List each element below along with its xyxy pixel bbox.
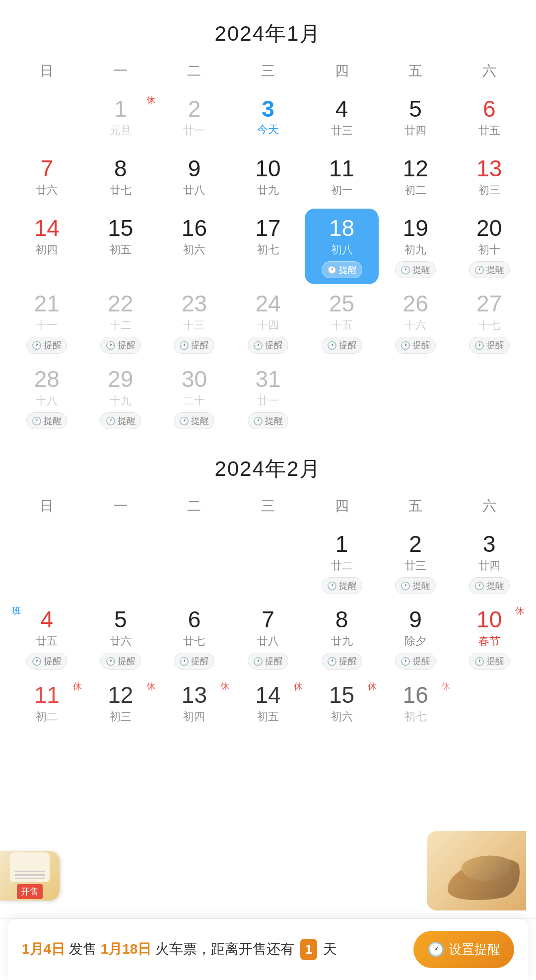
jan-day-1[interactable]: 休 1 元旦 [84,89,158,149]
jan-day-30[interactable]: 30 二十 🕐 提醒 [157,360,231,435]
jan-day-13[interactable]: 13 初三 [452,149,526,209]
jan-day-23[interactable]: 23 十三 🕐 提醒 [157,284,231,360]
reminder-btn-28[interactable]: 🕐 提醒 [26,412,67,429]
reminder-btn-29[interactable]: 🕐 提醒 [100,412,141,429]
set-reminder-button[interactable]: 🕐 设置提醒 [413,931,514,968]
feb-day-lunar-1: 廿二 [331,558,353,573]
feb-day-5[interactable]: 5 廿六 🕐 提醒 [84,600,158,676]
jan-day-8[interactable]: 8 廿七 [84,149,158,209]
jan-title: 2024年1月 [10,0,526,58]
jan-day-14[interactable]: 14 初四 [10,209,84,284]
holiday-tag-11: 休 [73,680,82,692]
reminder-btn-30[interactable]: 🕐 提醒 [174,412,214,429]
reminder-btn-21[interactable]: 🕐 提醒 [26,337,67,354]
feb-day-12[interactable]: 休 12 初三 [84,676,158,735]
jan-day-6[interactable]: 6 廿五 [452,89,526,149]
feb-reminder-btn-8[interactable]: 🕐 提醒 [322,653,362,670]
clock-icon-19: 🕐 [401,265,410,275]
feb-day-9[interactable]: 9 除夕 🕐 提醒 [379,600,453,676]
clock-icon-22: 🕐 [106,341,116,350]
reminder-label-20: 提醒 [486,264,504,276]
feb-reminder-btn-10[interactable]: 🕐 提醒 [469,653,510,670]
feb-day-16[interactable]: 休 16 初七 [379,676,453,735]
feb-day-7[interactable]: 7 廿八 🕐 提醒 [231,600,305,676]
jan-day-11[interactable]: 11 初一 [305,149,379,209]
reminder-label-24: 提醒 [265,339,283,351]
clock-icon-23: 🕐 [179,341,189,350]
feb-reminder-btn-6[interactable]: 🕐 提醒 [174,653,214,670]
jan-day-2[interactable]: 2 廿一 [157,89,231,149]
feb-day-13[interactable]: 休 13 初四 [157,676,231,735]
reminder-btn-31[interactable]: 🕐 提醒 [248,412,288,429]
jan-day-7[interactable]: 7 廿六 [10,149,84,209]
feb-day-3[interactable]: 3 廿四 🕐 提醒 [452,525,526,600]
jan-day-10[interactable]: 10 廿九 [231,149,305,209]
jan-day-21[interactable]: 21 十一 🕐 提醒 [10,284,84,360]
jan-day-29[interactable]: 29 十九 🕐 提醒 [84,360,158,435]
reminder-btn-27[interactable]: 🕐 提醒 [469,337,510,354]
feb-reminder-btn-5[interactable]: 🕐 提醒 [100,653,141,670]
day-num-23: 23 [182,292,207,315]
feb-day-10[interactable]: 休 10 春节 🕐 提醒 [452,600,526,676]
feb-day-14[interactable]: 休 14 初五 [231,676,305,735]
jan-day-4[interactable]: 4 廿三 [305,89,379,149]
reminder-btn-22[interactable]: 🕐 提醒 [100,337,141,354]
jan-day-31[interactable]: 31 廿一 🕐 提醒 [231,360,305,435]
feb-reminder-btn-7[interactable]: 🕐 提醒 [248,653,288,670]
reminder-btn-19[interactable]: 🕐 提醒 [395,261,436,278]
day-num-11: 11 [329,157,354,180]
jan-day-28[interactable]: 28 十八 🕐 提醒 [10,360,84,435]
feb-reminder-btn-2[interactable]: 🕐 提醒 [395,577,436,594]
reminder-label-21: 提醒 [44,339,62,351]
jan-day-16[interactable]: 16 初六 [157,209,231,284]
feb-reminder-btn-4[interactable]: 🕐 提醒 [26,653,67,670]
reminder-btn-20[interactable]: 🕐 提醒 [469,261,510,278]
day-lunar-19: 初九 [404,242,426,257]
reminder-btn-26[interactable]: 🕐 提醒 [395,337,436,354]
feb-day-6[interactable]: 6 廿七 🕐 提醒 [157,600,231,676]
jan-day-24[interactable]: 24 十四 🕐 提醒 [231,284,305,360]
reminder-btn-18[interactable]: 🕐 提醒 [322,261,362,278]
feb-reminder-label-3: 提醒 [486,580,504,592]
jan-day-19[interactable]: 19 初九 🕐 提醒 [379,209,453,284]
jan-day-22[interactable]: 22 十二 🕐 提醒 [84,284,158,360]
day-num-20: 20 [476,217,502,239]
empty-feb-1 [10,525,84,600]
jan-day-20[interactable]: 20 初十 🕐 提醒 [452,209,526,284]
feb-reminder-btn-3[interactable]: 🕐 提醒 [469,577,510,594]
jan-day-25[interactable]: 25 十五 🕐 提醒 [305,284,379,360]
ticket-text: 1月4日 发售 1月18日 火车票，距离开售还有 1 天 [22,939,405,960]
clock-icon-30: 🕐 [179,416,189,426]
jan-day-9[interactable]: 9 廿八 [157,149,231,209]
feb-day-11[interactable]: 休 11 初二 [10,676,84,735]
feb-day-4[interactable]: 班 4 廿五 🕐 提醒 [10,600,84,676]
feb-day-2[interactable]: 2 廿三 🕐 提醒 [379,525,453,600]
clock-icon-24: 🕐 [253,341,263,350]
jan-day-5[interactable]: 5 廿四 [379,89,453,149]
feb-day-1[interactable]: 1 廿二 🕐 提醒 [305,525,379,600]
reminder-label-23: 提醒 [191,339,209,351]
day-num-28: 28 [34,368,60,390]
feb-day-num-14: 14 [255,683,280,706]
reminder-btn-24[interactable]: 🕐 提醒 [248,337,288,354]
feb-day-15[interactable]: 休 15 初六 [305,676,379,735]
feb-reminder-btn-9[interactable]: 🕐 提醒 [395,653,436,670]
feb-reminder-btn-1[interactable]: 🕐 提醒 [322,577,362,594]
reminder-btn-23[interactable]: 🕐 提醒 [174,337,214,354]
feb-clock-6: 🕐 [179,657,189,666]
jan-day-17[interactable]: 17 初七 [231,209,305,284]
feb-day-8[interactable]: 8 廿九 🕐 提醒 [305,600,379,676]
jan-day-26[interactable]: 26 十六 🕐 提醒 [379,284,453,360]
jan-day-15[interactable]: 15 初五 [84,209,158,284]
jan-day-27[interactable]: 27 十七 🕐 提醒 [452,284,526,360]
day-lunar-30: 二十 [183,393,205,408]
jan-day-18[interactable]: 18 初八 🕐 提醒 [305,209,379,284]
jan-days-grid: 休 1 元旦 2 廿一 3 今天 4 廿三 5 廿四 6 廿五 [10,89,526,435]
reminder-btn-25[interactable]: 🕐 提醒 [322,337,362,354]
jan-day-12[interactable]: 12 初二 [379,149,453,209]
holiday-tag-14: 休 [294,680,303,692]
today-label: 今天 [257,122,279,137]
jan-day-3[interactable]: 3 今天 [231,89,305,149]
feb-weekday-tue: 二 [157,493,231,520]
empty-feb-4 [231,525,305,600]
